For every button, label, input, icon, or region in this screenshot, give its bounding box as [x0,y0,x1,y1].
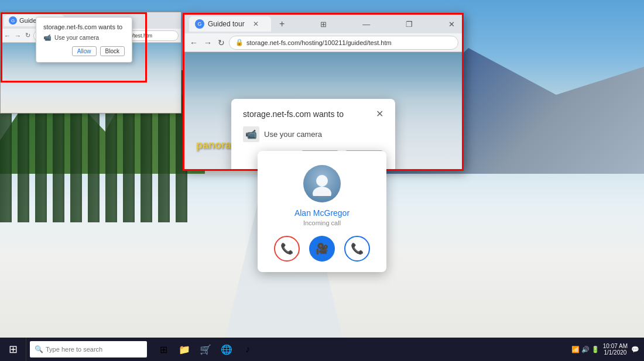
main-tab-close-icon[interactable]: ✕ [253,20,259,28]
main-minimize-button[interactable]: — [360,20,372,29]
small-camera-label: Use your camera [54,35,99,41]
main-perm-close-icon[interactable]: ✕ [376,108,383,119]
svg-point-0 [316,175,328,187]
search-icon: 🔍 [35,345,43,353]
main-lock-icon: 🔒 [235,39,244,46]
decline-icon: 📞 [280,242,293,255]
main-url-text: storage.net-fs.com/hosting/100211/guided… [246,39,392,46]
main-tab-title: Guided tour [208,20,245,28]
decline-call-button[interactable]: 📞 [274,236,300,262]
audio-icon: 📞 [351,242,364,255]
small-forward-button[interactable]: → [13,32,22,39]
main-camera-icon: 📹 [243,126,259,142]
main-browser-tab[interactable]: G Guided tour ✕ [189,16,271,32]
taskbar-right-area: 📶 🔊 🔋 10:07 AM 1/1/2020 💬 [571,343,644,356]
main-close-button[interactable]: ✕ [446,20,457,29]
speaker-icon: 🔊 [581,346,590,353]
small-back-button[interactable]: ← [3,32,12,39]
current-time: 10:07 AM [603,343,628,349]
caller-avatar [303,165,341,202]
battery-icon: 🔋 [591,346,600,353]
main-browser-window: G Guided tour ✕ + ⊞ — ❐ ✕ ← → ↻ 🔒 storag… [183,13,464,171]
taskbar-search-box[interactable]: 🔍 [30,341,147,357]
small-allow-button[interactable]: Allow [72,46,97,56]
taskbar-music-icon[interactable]: ♪ [238,340,257,359]
accept-video-call-button[interactable]: 🎥 [309,236,335,262]
taskbar-apps-icon[interactable]: ⊞ [154,340,173,359]
main-camera-label: Use your camera [264,130,322,139]
main-perm-title: storage.net-fs.com wants to [243,109,344,119]
main-tab-favicon: G [195,19,204,29]
main-back-button[interactable]: ← [188,38,200,47]
main-forward-button[interactable]: → [202,38,214,47]
current-date: 1/1/2020 [603,349,628,356]
taskbar-clock: 10:07 AM 1/1/2020 [603,343,628,356]
main-new-tab-button[interactable]: + [277,19,287,29]
taskbar: ⊞ 🔍 ⊞ 📁 🛒 🌐 ♪ 📶 🔊 🔋 10:07 AM 1/1/2020 💬 [0,338,644,361]
small-perm-buttons: Allow Block [43,46,125,56]
small-perm-camera-row: 📹 Use your camera [43,34,125,42]
avatar-image [303,165,341,202]
caller-name: Alan McGregor [267,208,377,218]
incoming-call-popup: Alan McGregor Incoming call 📞 🎥 📞 [258,151,386,272]
main-reload-button[interactable]: ↻ [216,38,227,47]
notification-icon: 💬 [631,346,639,353]
main-perm-camera-row: 📹 Use your camera [243,126,383,142]
small-perm-title: storage.net-fs.com wants to [43,23,125,30]
accept-audio-call-button[interactable]: 📞 [344,236,370,262]
small-camera-icon: 📹 [43,34,52,42]
taskbar-search-input[interactable] [46,346,139,353]
small-block-button[interactable]: Block [100,46,125,56]
taskbar-store-icon[interactable]: 🛒 [196,340,215,359]
main-browser-titlebar: G Guided tour ✕ + ⊞ — ❐ ✕ [184,15,462,33]
call-action-buttons: 📞 🎥 📞 [267,236,377,262]
windows-logo-icon: ⊞ [9,343,18,356]
main-maximize-button[interactable]: ❐ [403,20,415,29]
taskbar-app-icons: ⊞ 📁 🛒 🌐 ♪ [154,340,257,359]
network-icon: 📶 [571,346,580,353]
call-status: Incoming call [267,219,377,226]
video-icon: 🎥 [316,242,328,255]
svg-point-1 [313,187,331,196]
avatar-svg [310,171,334,196]
main-browser-toolbar: ← → ↻ 🔒 storage.net-fs.com/hosting/10021… [184,33,462,52]
small-tab-favicon: G [9,16,17,25]
main-url-bar[interactable]: 🔒 storage.net-fs.com/hosting/100211/guid… [229,36,458,50]
system-tray: 📶 🔊 🔋 [571,346,600,353]
taskbar-folder-icon[interactable]: 📁 [175,340,194,359]
small-reload-button[interactable]: ↻ [24,32,32,39]
start-button[interactable]: ⊞ [0,338,26,361]
small-browser-window: G Guided tour ✕ + ← → ↻ 🔒 storage.net-fs… [0,12,181,114]
small-permission-popup: storage.net-fs.com wants to 📹 Use your c… [36,17,132,63]
main-cast-icon[interactable]: ⊞ [318,20,329,29]
taskbar-chrome-icon[interactable]: 🌐 [217,340,236,359]
main-perm-header: storage.net-fs.com wants to ✕ [243,108,383,119]
